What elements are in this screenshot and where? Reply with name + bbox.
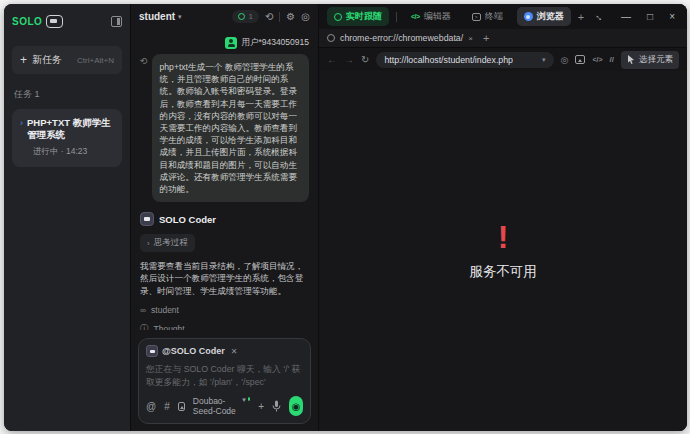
code-icon: </>: [411, 13, 420, 20]
tab-browser[interactable]: 浏览器: [517, 7, 571, 26]
app-window: SOLO + 新任务 Ctrl+Alt+N 任务 1 › PHP+TXT 教师学…: [4, 4, 687, 431]
forward-icon[interactable]: →: [344, 54, 354, 65]
solo-logo: SOLO: [12, 16, 42, 27]
model-status-dot: [248, 397, 250, 401]
settings-gear-icon[interactable]: ⚙: [286, 11, 295, 22]
browser-tabstrip: chrome-error://chromewebdata/ × +: [319, 29, 687, 48]
solo-coder-avatar: [146, 345, 158, 357]
message-input[interactable]: 您正在与 SOLO Coder 聊天，输入 '/' 获取更多能力，如 '/pla…: [146, 363, 303, 389]
chat-header: student ▾ 1 ⟲ ⚙ ◎: [131, 4, 318, 29]
close-icon[interactable]: ✕: [231, 347, 238, 356]
info-icon: ⓘ: [140, 323, 149, 330]
link-icon: ∞: [140, 305, 146, 315]
thought-chip[interactable]: ⓘ Thought: [140, 323, 309, 330]
browser-navbar: ← → ↻ http://localhost/student/index.php…: [319, 48, 687, 71]
close-tab-icon[interactable]: ×: [468, 34, 473, 43]
favicon: [327, 34, 335, 42]
console-icon[interactable]: //: [610, 55, 614, 64]
chat-panel: student ▾ 1 ⟲ ⚙ ◎ 用户*9434050915: [130, 4, 319, 431]
new-task-label: 新任务: [32, 53, 62, 67]
assistant-paragraph: 我需要查看当前目录结构，了解项目情况，然后设计一个教师管理学生的系统，包含登录、…: [140, 260, 309, 297]
follow-icon: [334, 13, 342, 21]
thinking-process-toggle[interactable]: › 思考过程: [140, 234, 195, 252]
maximize-icon[interactable]: □: [647, 11, 653, 22]
divider: [279, 12, 280, 22]
hash-icon[interactable]: #: [164, 401, 170, 412]
mention-icon[interactable]: @: [146, 401, 156, 412]
task-status: 进行中 · 14:23: [20, 146, 114, 158]
terminal-icon: >: [472, 13, 481, 21]
preview-panel: 实时跟随 </> 编辑器 > 终端 浏览器 + ↔ —: [319, 4, 687, 431]
chevron-down-icon: ▾: [178, 13, 182, 21]
new-browser-tab-icon[interactable]: +: [483, 32, 489, 44]
chat-messages[interactable]: 用户*9434050915 ⟲ php+txt生成一个 教师管理学生的系统，并且…: [131, 29, 318, 330]
chevron-down-icon: ▾: [242, 396, 246, 404]
retry-icon[interactable]: ⟲: [140, 56, 148, 202]
tab-realtime-follow[interactable]: 实时跟随: [327, 7, 389, 26]
sidebar: SOLO + 新任务 Ctrl+Alt+N 任务 1 › PHP+TXT 教师学…: [4, 4, 130, 431]
assistant-name: SOLO Coder: [159, 214, 216, 225]
collapse-sidebar-icon[interactable]: [111, 16, 122, 27]
browser-tab[interactable]: chrome-error://chromewebdata/ ×: [327, 33, 473, 43]
user-avatar: [225, 37, 237, 49]
restore-size-icon[interactable]: ↔: [595, 11, 605, 22]
url-bar[interactable]: http://localhost/student/index.php ▾: [376, 52, 553, 68]
error-exclamation: !: [498, 221, 509, 253]
project-selector[interactable]: student: [139, 11, 175, 22]
task-progress-icon: ›: [20, 117, 23, 129]
reference-chip[interactable]: ∞ student: [140, 305, 309, 315]
browser-viewport: ! 服务不可用: [319, 71, 687, 431]
more-options-icon[interactable]: ◎: [301, 11, 310, 22]
devtools-icon[interactable]: </>: [592, 56, 602, 63]
preview-tabbar: 实时跟随 </> 编辑器 > 终端 浏览器 + ↔ —: [319, 4, 687, 29]
cursor-icon: [627, 55, 635, 64]
browser-icon: [524, 12, 533, 21]
mention-chip[interactable]: @SOLO Coder ✕: [146, 345, 237, 357]
microphone-icon[interactable]: [272, 400, 281, 412]
history-icon[interactable]: ⟲: [265, 11, 273, 22]
user-message-bubble: php+txt生成一个 教师管理学生的系统，并且管理教师自己的时间的系统。教师输…: [152, 54, 309, 202]
solo-coder-avatar: [140, 212, 154, 226]
tab-editor[interactable]: </> 编辑器: [404, 7, 458, 26]
add-tab-icon[interactable]: +: [578, 11, 584, 23]
screenshot-icon[interactable]: [575, 55, 585, 64]
close-icon[interactable]: ×: [669, 11, 675, 22]
minimize-icon[interactable]: —: [621, 11, 631, 22]
screen: SOLO + 新任务 Ctrl+Alt+N 任务 1 › PHP+TXT 教师学…: [0, 0, 690, 434]
select-element-button[interactable]: 选择元素: [621, 51, 679, 69]
task-list-item[interactable]: › PHP+TXT 教师学生管理系统 进行中 · 14:23: [12, 109, 122, 167]
error-message: 服务不可用: [469, 263, 537, 281]
chevron-right-icon: ›: [147, 239, 150, 248]
status-ring-icon: [238, 13, 245, 20]
user-name: 用户*9434050915: [241, 37, 309, 49]
sidebar-logo-row: SOLO: [12, 12, 122, 30]
tasks-header: 任务 1: [12, 88, 122, 101]
new-task-shortcut: Ctrl+Alt+N: [77, 56, 114, 65]
record-icon[interactable]: ◎: [561, 55, 569, 65]
task-title: PHP+TXT 教师学生管理系统: [27, 117, 114, 142]
tab-terminal[interactable]: > 终端: [465, 7, 510, 26]
chevron-down-icon: ▾: [542, 56, 546, 64]
image-upload-icon[interactable]: [178, 402, 185, 411]
follow-status-pill[interactable]: 1: [232, 10, 258, 23]
solo-logo-icon: [46, 15, 63, 28]
add-icon[interactable]: +: [258, 401, 264, 412]
divider: [396, 12, 397, 22]
back-icon[interactable]: ←: [327, 54, 337, 65]
plus-icon: +: [20, 53, 27, 67]
new-task-button[interactable]: + 新任务 Ctrl+Alt+N: [12, 46, 122, 74]
composer: @SOLO Coder ✕ 您正在与 SOLO Coder 聊天，输入 '/' …: [138, 338, 311, 424]
reload-icon[interactable]: ↻: [361, 54, 369, 65]
model-selector[interactable]: Doubao-Seed-Code ▾: [193, 396, 250, 416]
send-button[interactable]: ◉: [289, 396, 303, 416]
